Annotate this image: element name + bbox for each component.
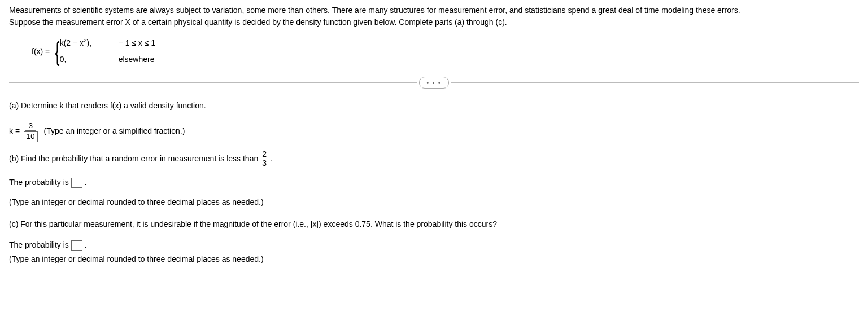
left-brace-icon: { <box>55 38 60 64</box>
density-function-formula: f(x) = { k(2 − x2), − 1 ≤ x ≤ 1 0, elsew… <box>32 37 859 65</box>
part-b-answer-row: The probability is . <box>9 177 859 188</box>
part-a-prompt: (a) Determine k that renders f(x) a vali… <box>9 100 859 112</box>
k-answer-fraction: 3 10 <box>24 121 37 142</box>
k-numerator-input[interactable]: 3 <box>25 121 36 131</box>
part-b-answer-label: The probability is <box>9 177 69 188</box>
section-divider: • • • <box>9 77 859 89</box>
part-c-answer-input[interactable] <box>71 240 82 251</box>
part-c-answer-row: The probability is . <box>9 239 859 251</box>
formula-lhs: f(x) = <box>32 46 50 58</box>
part-c-answer-label: The probability is <box>9 239 69 251</box>
k-denominator-input[interactable]: 10 <box>24 131 37 142</box>
part-b-hint: (Type an integer or decimal rounded to t… <box>9 196 859 208</box>
part-b-prompt: (b) Find the probability that a random e… <box>9 150 859 168</box>
expand-button[interactable]: • • • <box>419 77 448 89</box>
part-c-prompt: (c) For this particular measurement, it … <box>9 218 859 230</box>
problem-intro: Measurements of scientific systems are a… <box>9 5 859 28</box>
part-b-answer-input[interactable] <box>71 178 82 188</box>
k-label: k = <box>9 125 20 137</box>
intro-line-2: Suppose the measurement error X of a cer… <box>9 16 859 28</box>
part-c-hint: (Type an integer or decimal rounded to t… <box>9 253 859 265</box>
part-a-answer-row: k = 3 10 (Type an integer or a simplifie… <box>9 121 859 142</box>
case-1-condition: − 1 ≤ x ≤ 1 <box>119 37 156 49</box>
fraction-two-thirds: 2 3 <box>261 150 268 168</box>
part-a-hint: (Type an integer or a simplified fractio… <box>44 125 185 137</box>
case-1: k(2 − x2), − 1 ≤ x ≤ 1 <box>60 37 156 49</box>
case-2-condition: elsewhere <box>119 54 155 65</box>
intro-line-1: Measurements of scientific systems are a… <box>9 5 859 16</box>
case-2: 0, elsewhere <box>60 54 156 65</box>
